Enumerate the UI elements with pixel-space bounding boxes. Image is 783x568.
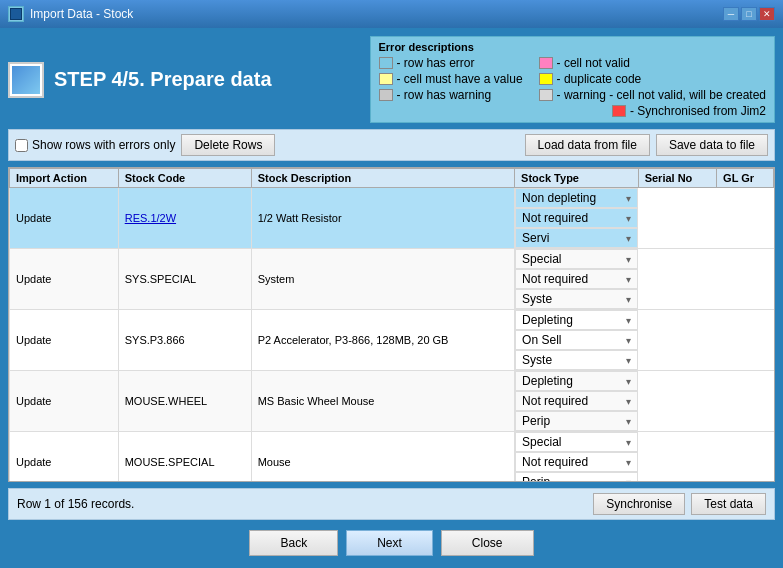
- window-title: Import Data - Stock: [30, 7, 133, 21]
- legend-label-warning-created: - warning - cell not valid, will be crea…: [557, 88, 766, 102]
- error-legend: Error descriptions - row has error - cel…: [370, 36, 776, 123]
- serial-dropdown-icon[interactable]: ▾: [626, 396, 631, 407]
- save-data-button[interactable]: Save data to file: [656, 134, 768, 156]
- legend-synced: - Synchronised from Jim2: [379, 104, 767, 118]
- cell-type[interactable]: Depleting▾: [515, 371, 638, 391]
- cell-action: Update: [10, 188, 119, 249]
- legend-swatch-gray-light: [539, 89, 553, 101]
- table-row: UpdateSYS.P3.866P2 Accelerator, P3-866, …: [10, 310, 774, 371]
- cell-code: SYS.P3.866: [118, 310, 251, 371]
- cell-serial[interactable]: Not required▾: [515, 452, 638, 472]
- serial-dropdown-icon[interactable]: ▾: [626, 457, 631, 468]
- synchronise-button[interactable]: Synchronise: [593, 493, 685, 515]
- table-header-row: Import Action Stock Code Stock Descripti…: [10, 169, 774, 188]
- data-table-container: Import Action Stock Code Stock Descripti…: [8, 167, 775, 482]
- cell-type[interactable]: Special▾: [515, 249, 638, 269]
- cell-description: MS Basic Wheel Mouse: [251, 371, 514, 432]
- cell-type[interactable]: Non depleting▾: [515, 188, 638, 208]
- legend-swatch-gray: [379, 89, 393, 101]
- legend-title: Error descriptions: [379, 41, 767, 53]
- cell-serial[interactable]: Not required▾: [515, 269, 638, 289]
- cell-type[interactable]: Depleting▾: [515, 310, 638, 330]
- table-row: UpdateMOUSE.WHEELMS Basic Wheel MouseDep…: [10, 371, 774, 432]
- cell-gl[interactable]: Syste▾: [515, 350, 638, 370]
- col-gl-gr: GL Gr: [717, 169, 774, 188]
- show-errors-checkbox[interactable]: [15, 139, 28, 152]
- legend-label-row-warning: - row has warning: [397, 88, 492, 102]
- statusbar: Row 1 of 156 records. Synchronise Test d…: [8, 488, 775, 520]
- window-controls: ─ □ ✕: [723, 7, 775, 21]
- cell-serial[interactable]: Not required▾: [515, 391, 638, 411]
- cell-action: Update: [10, 371, 119, 432]
- cell-action: Update: [10, 249, 119, 310]
- legend-label-must-have-value: - cell must have a value: [397, 72, 523, 86]
- show-errors-row: Show rows with errors only: [15, 138, 175, 152]
- legend-row-error: - row has error: [379, 56, 523, 70]
- legend-row-warning: - row has warning: [379, 88, 523, 102]
- legend-label-cell-not-valid: - cell not valid: [557, 56, 630, 70]
- cell-code: MOUSE.WHEEL: [118, 371, 251, 432]
- cell-serial[interactable]: On Sell▾: [515, 330, 638, 350]
- cell-gl[interactable]: Servi▾: [515, 228, 638, 248]
- legend-swatch-cyan: [379, 57, 393, 69]
- legend-swatch-yellow: [539, 73, 553, 85]
- gl-dropdown-icon[interactable]: ▾: [626, 294, 631, 305]
- type-dropdown-icon[interactable]: ▾: [626, 376, 631, 387]
- cell-description: 1/2 Watt Resistor: [251, 188, 514, 249]
- serial-dropdown-icon[interactable]: ▾: [626, 274, 631, 285]
- maximize-button[interactable]: □: [741, 7, 757, 21]
- close-button[interactable]: ✕: [759, 7, 775, 21]
- cell-code: MOUSE.SPECIAL: [118, 432, 251, 482]
- gl-dropdown-icon[interactable]: ▾: [626, 416, 631, 427]
- cell-description: P2 Accelerator, P3-866, 128MB, 20 GB: [251, 310, 514, 371]
- legend-duplicate: - duplicate code: [539, 72, 766, 86]
- legend-swatch-yellow-light: [379, 73, 393, 85]
- load-data-button[interactable]: Load data from file: [525, 134, 650, 156]
- cell-type[interactable]: Special▾: [515, 432, 638, 452]
- show-errors-label[interactable]: Show rows with errors only: [32, 138, 175, 152]
- serial-dropdown-icon[interactable]: ▾: [626, 335, 631, 346]
- table-row: UpdateSYS.SPECIALSystemSpecial▾Not requi…: [10, 249, 774, 310]
- test-data-button[interactable]: Test data: [691, 493, 766, 515]
- serial-dropdown-icon[interactable]: ▾: [626, 213, 631, 224]
- legend-swatch-pink: [539, 57, 553, 69]
- cell-serial[interactable]: Not required▾: [515, 208, 638, 228]
- footer-buttons: Back Next Close: [8, 526, 775, 560]
- cell-code: RES.1/2W: [118, 188, 251, 249]
- legend-label-duplicate: - duplicate code: [557, 72, 642, 86]
- table-row: UpdateMOUSE.SPECIALMouseSpecial▾Not requ…: [10, 432, 774, 482]
- legend-label-synced: - Synchronised from Jim2: [630, 104, 766, 118]
- cell-action: Update: [10, 310, 119, 371]
- app-icon: [8, 6, 24, 22]
- minimize-button[interactable]: ─: [723, 7, 739, 21]
- legend-label-row-error: - row has error: [397, 56, 475, 70]
- col-stock-description: Stock Description: [251, 169, 514, 188]
- cell-action: Update: [10, 432, 119, 482]
- toolbar: Show rows with errors only Delete Rows L…: [8, 129, 775, 161]
- type-dropdown-icon[interactable]: ▾: [626, 437, 631, 448]
- type-dropdown-icon[interactable]: ▾: [626, 254, 631, 265]
- table-scroll-area[interactable]: Import Action Stock Code Stock Descripti…: [9, 168, 774, 481]
- type-dropdown-icon[interactable]: ▾: [626, 193, 631, 204]
- cell-description: System: [251, 249, 514, 310]
- col-import-action: Import Action: [10, 169, 119, 188]
- delete-rows-button[interactable]: Delete Rows: [181, 134, 275, 156]
- legend-cell-must-have-value: - cell must have a value: [379, 72, 523, 86]
- gl-dropdown-icon[interactable]: ▾: [626, 477, 631, 482]
- table-row: UpdateRES.1/2W1/2 Watt ResistorNon deple…: [10, 188, 774, 249]
- close-button-footer[interactable]: Close: [441, 530, 534, 556]
- cell-gl[interactable]: Syste▾: [515, 289, 638, 309]
- cell-gl[interactable]: Perip▾: [515, 411, 638, 431]
- back-button[interactable]: Back: [249, 530, 338, 556]
- page-title: STEP 4/5. Prepare data: [54, 68, 272, 91]
- cell-code: SYS.SPECIAL: [118, 249, 251, 310]
- legend-cell-not-valid: - cell not valid: [539, 56, 766, 70]
- next-button[interactable]: Next: [346, 530, 433, 556]
- col-serial-no: Serial No: [638, 169, 716, 188]
- col-stock-code: Stock Code: [118, 169, 251, 188]
- legend-warning-created: - warning - cell not valid, will be crea…: [539, 88, 766, 102]
- type-dropdown-icon[interactable]: ▾: [626, 315, 631, 326]
- cell-gl[interactable]: Perip▾: [515, 472, 638, 481]
- gl-dropdown-icon[interactable]: ▾: [626, 355, 631, 366]
- gl-dropdown-icon[interactable]: ▾: [626, 233, 631, 244]
